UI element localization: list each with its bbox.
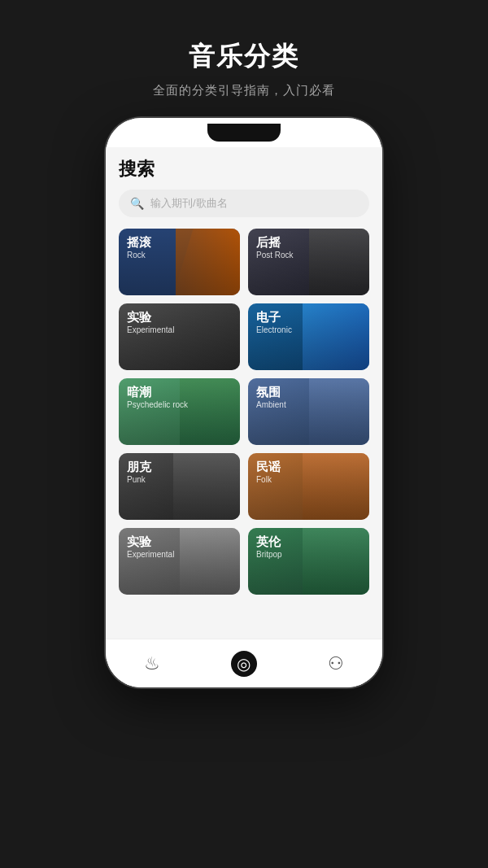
category-item-punk[interactable]: 朋克Punk [119, 453, 240, 520]
category-label-punk: 朋克Punk [127, 460, 151, 484]
category-label-psychedelic: 暗潮Psychedelic rock [127, 385, 188, 409]
category-label-britpop: 英伦Britpop [256, 534, 282, 559]
category-item-ambient[interactable]: 氛围Ambient [248, 378, 369, 445]
category-item-experimental2[interactable]: 实验Experimental [119, 528, 240, 595]
search-icon: 🔍 [130, 197, 144, 210]
phone-frame: 搜索 🔍 输入期刊/歌曲名 摇滚Rock后摇Post Rock实验Experim… [106, 118, 382, 687]
category-item-rock[interactable]: 摇滚Rock [119, 229, 240, 295]
phone-notch-bar [106, 118, 382, 147]
phone-notch [207, 124, 281, 142]
search-page: 搜索 🔍 输入期刊/歌曲名 摇滚Rock后摇Post Rock实验Experim… [106, 147, 382, 639]
category-item-electronic[interactable]: 电子Electronic [248, 303, 369, 370]
category-item-psychedelic[interactable]: 暗潮Psychedelic rock [119, 378, 240, 445]
category-item-experimental[interactable]: 实验Experimental [119, 303, 240, 370]
search-section-title: 搜索 [119, 157, 369, 181]
page-subtitle: 全面的分类引导指南，入门必看 [153, 83, 335, 98]
phone-content: 搜索 🔍 输入期刊/歌曲名 摇滚Rock后摇Post Rock实验Experim… [106, 147, 382, 687]
category-item-britpop[interactable]: 英伦Britpop [248, 528, 369, 595]
category-label-ambient: 氛围Ambient [256, 385, 286, 409]
nav-item-flame[interactable]: ♨ [128, 639, 176, 687]
category-item-postrock[interactable]: 后摇Post Rock [248, 229, 369, 295]
search-bar[interactable]: 🔍 输入期刊/歌曲名 [119, 190, 369, 217]
search-nav-icon: ◎ [231, 651, 257, 677]
category-label-experimental: 实验Experimental [127, 310, 174, 334]
bottom-nav: ♨ ◎ ⚇ [106, 639, 382, 687]
category-label-electronic: 电子Electronic [256, 310, 292, 334]
category-label-folk: 民谣Folk [256, 460, 281, 484]
page-header: 音乐分类 全面的分类引导指南，入门必看 [153, 0, 335, 118]
nav-item-search[interactable]: ◎ [220, 639, 268, 687]
profile-icon: ⚇ [328, 653, 344, 674]
category-label-postrock: 后摇Post Rock [256, 235, 294, 260]
category-label-experimental2: 实验Experimental [127, 534, 174, 559]
nav-item-profile[interactable]: ⚇ [312, 639, 360, 687]
category-item-folk[interactable]: 民谣Folk [248, 453, 369, 520]
search-placeholder-text: 输入期刊/歌曲名 [150, 196, 228, 211]
flame-icon: ♨ [144, 653, 160, 674]
category-grid: 摇滚Rock后摇Post Rock实验Experimental电子Electro… [119, 229, 369, 595]
page-title: 音乐分类 [153, 39, 335, 75]
category-label-rock: 摇滚Rock [127, 235, 151, 260]
